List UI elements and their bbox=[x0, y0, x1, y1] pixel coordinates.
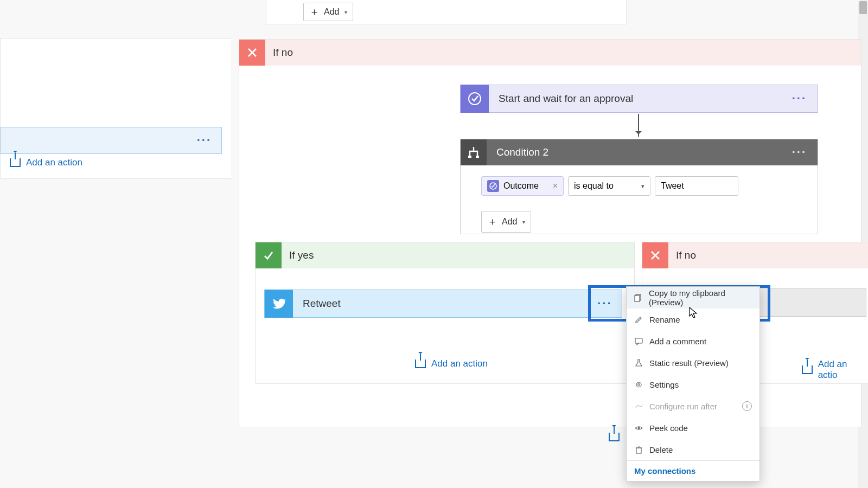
pencil-icon bbox=[634, 315, 643, 324]
approval-title: Start and wait for an approval bbox=[489, 93, 792, 105]
add-action-ifno[interactable]: Add an actio bbox=[802, 359, 868, 381]
svg-point-0 bbox=[469, 93, 481, 105]
x-icon bbox=[642, 242, 668, 268]
context-menu: Copy to my clipboard (Preview) Rename Ad… bbox=[626, 286, 760, 481]
ctx-label: Static result (Preview) bbox=[649, 358, 729, 368]
action-drop-icon bbox=[415, 359, 426, 368]
svg-point-8 bbox=[637, 383, 640, 386]
value-input[interactable] bbox=[655, 176, 738, 196]
svg-rect-5 bbox=[635, 296, 640, 301]
condition-title: Condition 2 bbox=[487, 146, 792, 158]
ctx-peek-code[interactable]: Peek code bbox=[627, 417, 760, 439]
add-label: Add bbox=[324, 7, 339, 17]
plus-icon: ＋ bbox=[487, 215, 497, 229]
ctx-label: Peek code bbox=[649, 423, 688, 433]
plus-icon: ＋ bbox=[309, 5, 320, 19]
gear-icon bbox=[634, 380, 643, 389]
operator-label: is equal to bbox=[574, 181, 614, 191]
ctx-delete[interactable]: Delete bbox=[627, 439, 760, 460]
ctx-label: My connections bbox=[634, 466, 695, 476]
add-action-bottom[interactable] bbox=[609, 433, 620, 441]
if-no-nested-label: If no bbox=[676, 249, 696, 261]
svg-rect-10 bbox=[636, 448, 641, 453]
runafter-icon bbox=[634, 402, 643, 410]
add-action-left[interactable]: Add an action bbox=[10, 157, 82, 168]
ctx-label: Configure run after bbox=[649, 402, 717, 411]
ctx-my-connections[interactable]: My connections bbox=[627, 461, 760, 481]
ctx-label: Delete bbox=[649, 445, 673, 454]
chevron-down-icon: ▾ bbox=[522, 219, 525, 225]
svg-rect-2 bbox=[476, 156, 479, 158]
token-icon bbox=[487, 180, 499, 192]
add-action-label: Add an actio bbox=[818, 359, 868, 381]
if-no-header[interactable]: If no bbox=[239, 40, 861, 66]
connector-arrow bbox=[638, 114, 639, 137]
condition-header[interactable]: Condition 2 ··· bbox=[461, 139, 818, 165]
svg-point-7 bbox=[636, 382, 641, 387]
copy-icon bbox=[634, 293, 642, 302]
remove-token-icon[interactable]: × bbox=[553, 181, 558, 191]
svg-point-9 bbox=[637, 427, 640, 429]
ctx-settings[interactable]: Settings bbox=[627, 374, 760, 395]
add-label: Add bbox=[502, 217, 517, 227]
ctx-label: Settings bbox=[649, 380, 679, 389]
flow-canvas: ＋ Add ▾ ··· Add an action If no Start an… bbox=[0, 0, 868, 488]
twitter-icon bbox=[265, 290, 293, 318]
comment-icon bbox=[634, 337, 643, 345]
retweet-card[interactable]: Retweet ··· bbox=[264, 290, 622, 318]
condition-card[interactable]: Condition 2 ··· Outcome × is equal to ▾ … bbox=[460, 139, 818, 234]
ctx-label: Rename bbox=[649, 315, 680, 324]
left-action-card[interactable]: ··· bbox=[1, 127, 222, 154]
operator-select[interactable]: is equal to ▾ bbox=[568, 176, 650, 196]
if-no-label: If no bbox=[273, 47, 293, 59]
ctx-label: Copy to my clipboard (Preview) bbox=[649, 288, 752, 307]
add-action-ifyes[interactable]: Add an action bbox=[415, 358, 488, 369]
retweet-title: Retweet bbox=[293, 298, 588, 310]
condition-body: Outcome × is equal to ▾ ＋ Add ▾ bbox=[461, 165, 818, 243]
add-condition-button[interactable]: ＋ Add ▾ bbox=[481, 211, 531, 233]
approval-icon bbox=[461, 85, 489, 113]
ctx-copy-clipboard[interactable]: Copy to my clipboard (Preview) bbox=[627, 287, 760, 309]
if-no-nested-header[interactable]: If no bbox=[642, 242, 868, 268]
svg-rect-1 bbox=[468, 156, 471, 158]
add-action-label: Add an action bbox=[431, 358, 488, 369]
ctx-configure-run-after: Configure run after i bbox=[627, 395, 760, 417]
trash-icon bbox=[634, 445, 643, 454]
scrollbar-thumb[interactable] bbox=[859, 1, 867, 14]
add-button-top[interactable]: ＋ Add ▾ bbox=[303, 3, 353, 21]
condition-icon bbox=[461, 139, 487, 165]
check-icon bbox=[256, 242, 282, 268]
ctx-rename[interactable]: Rename bbox=[627, 309, 760, 330]
eye-icon bbox=[634, 423, 643, 432]
ctx-static-result[interactable]: Static result (Preview) bbox=[627, 352, 760, 374]
x-icon bbox=[239, 40, 265, 66]
chevron-down-icon: ▾ bbox=[641, 183, 644, 190]
if-yes-label: If yes bbox=[289, 249, 314, 261]
action-drop-icon bbox=[802, 365, 813, 374]
action-drop-icon bbox=[10, 158, 21, 167]
add-action-label: Add an action bbox=[26, 157, 82, 168]
token-label: Outcome bbox=[503, 181, 539, 191]
retweet-more-button[interactable]: ··· bbox=[588, 290, 622, 318]
action-drop-icon bbox=[609, 433, 620, 441]
info-icon[interactable]: i bbox=[742, 401, 752, 411]
flask-icon bbox=[634, 358, 643, 367]
approval-card[interactable]: Start and wait for an approval ··· bbox=[460, 85, 818, 113]
chevron-down-icon: ▾ bbox=[344, 9, 347, 15]
outcome-token[interactable]: Outcome × bbox=[481, 176, 564, 196]
ctx-label: Add a comment bbox=[649, 337, 706, 346]
svg-rect-6 bbox=[635, 338, 642, 343]
if-yes-header[interactable]: If yes bbox=[256, 242, 634, 268]
ctx-add-comment[interactable]: Add a comment bbox=[627, 330, 760, 352]
